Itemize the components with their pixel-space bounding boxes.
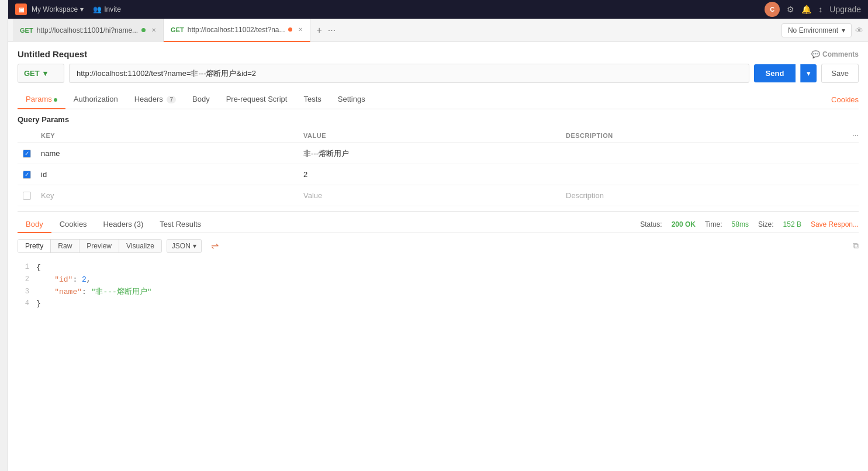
invite-label: Invite: [104, 5, 121, 13]
tab-2-close[interactable]: ✕: [298, 26, 303, 33]
format-raw[interactable]: Raw: [51, 240, 79, 252]
tab-settings[interactable]: Settings: [330, 90, 374, 109]
json-label: JSON: [172, 242, 191, 250]
tab-2[interactable]: GET http://localhost:11002/test?na... ✕: [164, 19, 310, 42]
comments-link[interactable]: 💬 Comments: [811, 50, 859, 58]
size-label: Size:: [758, 220, 774, 228]
env-dropdown[interactable]: No Environment ▾: [781, 23, 852, 37]
json-select[interactable]: JSON ▾: [167, 239, 202, 253]
row1-value[interactable]: 非---熔断用户: [299, 145, 561, 162]
th-description: DESCRIPTION: [561, 132, 824, 139]
workspace-name: My Workspace: [32, 5, 78, 13]
request-title: Untitled Request: [18, 49, 87, 59]
row2-check[interactable]: ✓: [18, 171, 36, 179]
time-label: Time:: [705, 220, 722, 228]
resp-tab-body[interactable]: Body: [18, 216, 51, 233]
settings-icon[interactable]: ⚙: [787, 5, 794, 14]
format-visualize[interactable]: Visualize: [119, 240, 161, 252]
status-label: Status:: [640, 220, 662, 228]
table-row: ✓ id 2: [18, 164, 859, 185]
workspace-label[interactable]: My Workspace ▾: [32, 5, 84, 13]
tab-2-method: GET: [171, 26, 184, 33]
env-selector[interactable]: No Environment ▾ 👁: [781, 23, 863, 37]
row1-desc[interactable]: [561, 150, 824, 157]
comments-icon: 💬: [811, 50, 820, 58]
cookies-link[interactable]: Cookies: [831, 95, 859, 104]
postman-logo: ▣: [15, 4, 27, 15]
format-preview[interactable]: Preview: [79, 240, 119, 252]
avatar[interactable]: C: [765, 2, 780, 17]
tab-1[interactable]: GET http://localhost:11001/hi?name... ✕: [13, 19, 164, 42]
save-response-btn[interactable]: Save Respon...: [811, 220, 859, 228]
workspace-chevron: ▾: [80, 5, 84, 13]
table-header: KEY VALUE DESCRIPTION ···: [18, 129, 859, 143]
th-value: VALUE: [299, 132, 561, 139]
response-tabs: Body Cookies Headers (3) Test Results St…: [18, 212, 859, 233]
tab-headers[interactable]: Headers 7: [126, 90, 184, 109]
main-content: Untitled Request 💬 Comments GET ▾ Send ▾…: [8, 42, 868, 315]
wrap-button[interactable]: ⇌: [206, 238, 223, 254]
url-bar: GET ▾ Send ▾ Save: [18, 64, 859, 83]
resp-tab-headers[interactable]: Headers (3): [95, 216, 152, 233]
notifications-icon[interactable]: 🔔: [801, 5, 811, 14]
tab-body[interactable]: Body: [184, 90, 218, 109]
tab-1-close[interactable]: ✕: [151, 27, 156, 33]
copy-button[interactable]: ⧉: [853, 241, 859, 251]
row1-key[interactable]: name: [36, 146, 299, 161]
row2-key[interactable]: id: [36, 167, 299, 182]
response-section: Body Cookies Headers (3) Test Results St…: [18, 211, 859, 315]
format-pretty[interactable]: Pretty: [18, 240, 51, 252]
comments-label: Comments: [822, 50, 859, 58]
code-block: 1 { 2 "id": 2, 3 "name": "非---熔断用户": [18, 257, 859, 315]
send-dropdown-button[interactable]: ▾: [800, 64, 817, 82]
row3-desc[interactable]: Description: [561, 188, 824, 203]
resp-tab-cookies[interactable]: Cookies: [51, 216, 95, 233]
invite-btn[interactable]: 👥 Invite: [93, 5, 121, 13]
checkbox-3[interactable]: [23, 192, 31, 200]
tab-pre-request[interactable]: Pre-request Script: [218, 90, 296, 109]
code-line-3: 3 "name": "非---熔断用户": [18, 286, 859, 299]
row2-desc[interactable]: [561, 171, 824, 178]
tabs-row: GET http://localhost:11001/hi?name... ✕ …: [8, 19, 868, 42]
checkbox-1[interactable]: ✓: [23, 150, 31, 158]
row3-value[interactable]: Value: [299, 188, 561, 203]
resp-tab-test-results[interactable]: Test Results: [151, 216, 209, 233]
top-bar-right: C ⚙ 🔔 ↕ Upgrade: [765, 2, 861, 17]
row3-key[interactable]: Key: [36, 188, 299, 203]
save-button[interactable]: Save: [821, 64, 859, 83]
tab-2-url: http://localhost:11002/test?na...: [188, 26, 285, 34]
tab-params[interactable]: Params: [18, 90, 65, 109]
checkbox-2[interactable]: ✓: [23, 171, 31, 179]
env-eye-icon[interactable]: 👁: [855, 26, 863, 35]
tab-authorization[interactable]: Authorization: [65, 90, 126, 109]
table-row: ✓ name 非---熔断用户: [18, 143, 859, 164]
tab-2-dot: [288, 27, 292, 32]
status-value: 200 OK: [672, 220, 696, 228]
tab-1-method: GET: [20, 27, 33, 34]
top-bar: ▣ My Workspace ▾ 👥 Invite C ⚙ 🔔 ↕ Upgrad…: [8, 0, 868, 19]
tab-more-button[interactable]: ···: [328, 25, 336, 36]
request-tabs: Params Authorization Headers 7 Body Pre-…: [18, 90, 859, 109]
row3-check[interactable]: [18, 192, 36, 200]
send-button[interactable]: Send: [754, 64, 796, 82]
sync-icon[interactable]: ↕: [818, 5, 822, 14]
request-title-row: Untitled Request 💬 Comments: [18, 42, 859, 64]
upgrade-btn[interactable]: Upgrade: [829, 5, 861, 14]
size-value: 152 B: [783, 220, 801, 228]
table-row: Key Value Description: [18, 185, 859, 206]
new-tab-button[interactable]: +: [310, 25, 327, 36]
tab-tests[interactable]: Tests: [295, 90, 329, 109]
method-select[interactable]: GET ▾: [18, 64, 64, 83]
method-value: GET: [24, 69, 40, 78]
row1-check[interactable]: ✓: [18, 150, 36, 158]
format-bar: Pretty Raw Preview Visualize JSON ▾ ⇌ ⧉: [18, 233, 859, 257]
code-line-1: 1 {: [18, 262, 859, 274]
tab-1-url: http://localhost:11001/hi?name...: [37, 26, 138, 34]
code-line-2: 2 "id": 2,: [18, 274, 859, 286]
url-input[interactable]: [69, 64, 749, 83]
env-label: No Environment: [788, 26, 838, 34]
th-key: KEY: [36, 132, 299, 139]
row2-value[interactable]: 2: [299, 167, 561, 182]
left-sidebar: [0, 0, 8, 315]
method-chevron: ▾: [43, 69, 47, 78]
